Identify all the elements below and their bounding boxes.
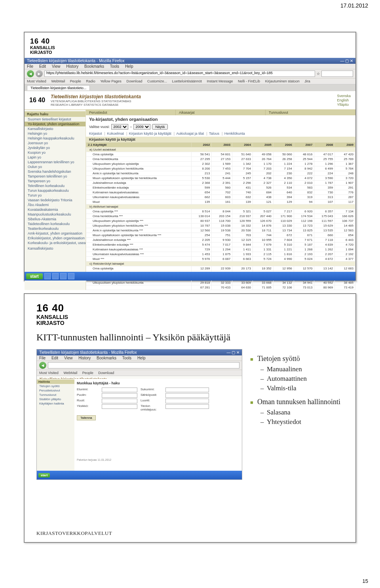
bm-11[interactable]: Jira — [304, 79, 310, 83]
bm-10[interactable]: Kirjautuminen statoon — [265, 79, 300, 83]
sidebar-item[interactable]: Åbo Akademi — [25, 202, 86, 207]
browser-tab[interactable]: Tieteellisten kirjastojen tilastotieto..… — [27, 85, 90, 90]
menu-bookmarks[interactable]: Bookmarks — [84, 64, 104, 69]
mm1[interactable]: Edit — [51, 356, 58, 360]
sidebar-group-all[interactable]: Suomen tieteelliset kirjastot — [25, 117, 86, 122]
form-input[interactable] — [165, 393, 209, 398]
bm-2[interactable]: People — [70, 79, 81, 83]
mini-sidebar-item[interactable]: Käyttäjien hallinta — [37, 401, 74, 406]
mm2[interactable]: View — [64, 356, 73, 360]
menu-history[interactable]: History — [66, 64, 78, 69]
sidebar-item[interactable]: Korkeakoulu- ja erikoiskirjastot, usean … — [25, 241, 86, 245]
bm-5[interactable]: Download — [126, 79, 142, 83]
tab-basic[interactable]: Perustiedot — [86, 110, 176, 115]
st-4[interactable]: Talous — [209, 132, 219, 136]
mm6[interactable]: Help — [137, 356, 146, 360]
bm-7[interactable]: Luettelointisäännöt — [172, 79, 202, 83]
mm0[interactable]: File — [39, 356, 46, 360]
mini-bookmarks[interactable]: Most Visited WebMail People Download — [37, 370, 242, 376]
address-bar[interactable]: https://yhteistilasto.lib.helsinki.fi/ti… — [44, 71, 315, 77]
task-chip[interactable] — [60, 273, 66, 279]
bookmarks-bar[interactable]: Most Visited WebMail People Radio Yellow… — [25, 78, 355, 84]
sidebar-item[interactable]: Amk-kirjastot, yhden organisaation — [25, 231, 86, 236]
st-3[interactable]: Aukioloajat ja tilat — [176, 132, 204, 136]
year-from[interactable]: 2002 — [111, 124, 128, 130]
bm-3[interactable]: Radio — [86, 79, 95, 83]
sidebar-item[interactable]: Kuopion yo — [25, 150, 86, 155]
mini-sidebar-item[interactable]: Perustietosivut — [37, 388, 74, 393]
sidebar-item[interactable]: Maanpuolustuskorkeakoulu — [25, 212, 86, 217]
forward-button[interactable]: ► — [36, 70, 43, 77]
sidebar-item[interactable]: Helsingin yo — [25, 131, 86, 136]
mbm1[interactable]: WebMail — [63, 371, 77, 375]
st-2[interactable]: Kirjaston käyttö ja käyttäjät — [129, 132, 171, 136]
sidebar-item[interactable]: Oulun yo — [25, 164, 86, 169]
sidebar-item[interactable]: Helsingin kauppakorkeakoulu — [25, 136, 86, 141]
year-to[interactable]: 2009 — [133, 124, 150, 130]
star-icon[interactable]: ☆ — [317, 72, 320, 76]
sidebar-item[interactable]: Tampereen teknillinen yo — [25, 174, 86, 179]
mini-addr[interactable] — [48, 362, 239, 368]
mini-sidebar-item[interactable]: Tunnusluvut — [37, 393, 74, 397]
show-button[interactable]: Näytä — [152, 124, 168, 130]
sidebar-item[interactable]: Kansalliskirjasto — [25, 126, 86, 131]
sidebar-item[interactable]: Lapin yo — [25, 155, 86, 160]
sidebar-item[interactable]: Jyväskylän yo — [25, 145, 86, 150]
sidebar-item[interactable]: Teatterikorkeakoulu — [25, 226, 86, 231]
sidebar-selected[interactable]: Yo-kirjastot, yhden organisaation — [25, 122, 86, 126]
back-button[interactable]: ◄ — [27, 70, 34, 77]
task-chip[interactable] — [44, 273, 51, 279]
sidebar-item[interactable]: Lappeenrannan teknillinen yo — [25, 160, 86, 164]
bm-4[interactable]: Yellow Pages — [100, 79, 122, 83]
form-input[interactable] — [165, 399, 209, 403]
bm-0[interactable]: Most Visited — [27, 79, 46, 83]
sidebar-item[interactable]: Kansalliskirjasto — [25, 246, 86, 251]
st-5[interactable]: Henkilökunta — [224, 132, 245, 136]
lang-admin[interactable]: Ylläpito — [337, 103, 351, 107]
menu-tools[interactable]: Tools — [110, 64, 119, 69]
form-input[interactable] — [102, 404, 137, 409]
save-button[interactable]: Tallenna — [77, 415, 96, 420]
bm-1[interactable]: WebMail — [51, 79, 65, 83]
window-controls[interactable]: — ▢ ✕ — [340, 59, 353, 63]
sidebar-item[interactable]: Tampereen yo — [25, 179, 86, 183]
sidebar-item[interactable]: Teknillinen korkeakoulu — [25, 183, 86, 188]
sidebar-item[interactable]: Taideteollinen korkeakoulu — [25, 221, 86, 226]
start-button[interactable]: start — [26, 273, 43, 279]
form-input[interactable] — [102, 388, 137, 392]
mini-back[interactable]: ◄ — [39, 362, 46, 369]
mbm2[interactable]: People — [82, 371, 93, 375]
bm-9[interactable]: Nelli - FinELib — [238, 79, 260, 83]
sidebar-item[interactable]: Sibelius-Akatemia — [25, 217, 86, 221]
bm-8[interactable]: Instant Message — [207, 79, 233, 83]
lang-sv[interactable]: Svenska — [337, 94, 351, 98]
menu-help[interactable]: Help — [125, 64, 133, 69]
mini-sidebar-item[interactable]: Tietojen syöttö — [37, 384, 74, 388]
lang-en[interactable]: English — [337, 98, 351, 102]
form-input[interactable] — [102, 393, 137, 398]
sidebar-item[interactable]: Joensuun yo — [25, 141, 86, 145]
form-input[interactable] — [102, 399, 137, 403]
mm3[interactable]: History — [78, 356, 91, 360]
tab-timeseries[interactable]: Aikasarjat — [176, 110, 266, 115]
mini-sidebar-item[interactable]: Sisällön ylläpito — [37, 397, 74, 401]
st-1[interactable]: Kokoelmat — [107, 132, 124, 136]
form-input[interactable] — [165, 388, 209, 392]
mbm5[interactable]: Download — [98, 371, 114, 375]
sidebar-item[interactable]: Svenska handelshögskolan — [25, 169, 86, 174]
mm4[interactable]: Bookmarks — [97, 356, 116, 360]
mbm0[interactable]: Most Visited — [39, 371, 59, 375]
sidebar-item[interactable]: Erikoiskirjastot, yhden organisaation — [25, 236, 86, 241]
mini-start[interactable]: start — [38, 473, 50, 477]
browser-menubar[interactable]: File Edit View History Bookmarks Tools H… — [25, 64, 355, 69]
menu-view[interactable]: View — [52, 64, 61, 69]
search-box[interactable] — [321, 71, 353, 77]
task-chip[interactable] — [52, 273, 59, 279]
st-0[interactable]: Kirjastot — [89, 132, 102, 136]
menu-edit[interactable]: Edit — [39, 64, 46, 69]
sidebar-item[interactable]: Kuvataideakatemia — [25, 207, 86, 212]
mini-window-controls[interactable]: — ▢ ✕ — [226, 350, 239, 355]
sidebar-item[interactable]: Vaasan tiedekirjasto Tritonia — [25, 198, 86, 202]
mini-menubar[interactable]: File Edit View History Bookmarks Tools H… — [37, 355, 242, 361]
task-chip[interactable] — [68, 273, 74, 279]
